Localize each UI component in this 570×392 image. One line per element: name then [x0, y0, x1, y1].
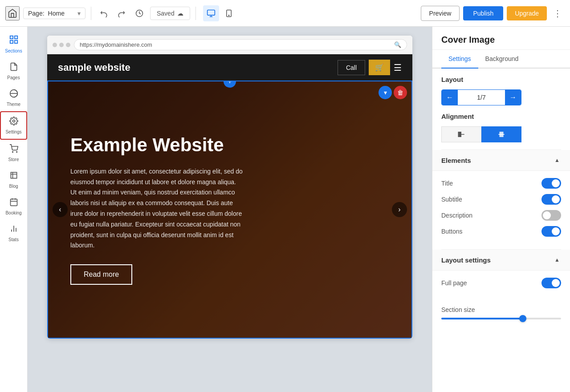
- section-size-row: Section size: [432, 301, 570, 327]
- undo-button[interactable]: [97, 6, 111, 20]
- svg-rect-5: [14, 36, 17, 39]
- svg-rect-4: [10, 36, 12, 39]
- saved-label: Saved: [157, 10, 175, 17]
- section-size-slider[interactable]: [441, 318, 561, 319]
- page-selector[interactable]: Page: Home ▾: [23, 8, 86, 19]
- blog-label: Blog: [9, 184, 18, 189]
- element-description-row: Description: [441, 210, 561, 221]
- element-buttons-row: Buttons: [441, 226, 561, 237]
- svg-point-11: [16, 152, 17, 153]
- stats-label: Stats: [8, 237, 19, 242]
- tab-background[interactable]: Background: [478, 50, 526, 69]
- device-buttons: [203, 5, 237, 21]
- full-page-row: Full page: [441, 278, 561, 288]
- nav-call-button[interactable]: Call: [338, 60, 365, 75]
- sidebar-item-theme[interactable]: Theme: [0, 85, 27, 111]
- preview-button[interactable]: Preview: [421, 6, 460, 21]
- layout-settings-title: Layout settings: [441, 256, 491, 264]
- more-options-button[interactable]: ⋮: [550, 6, 565, 20]
- page-label: Page:: [28, 10, 45, 17]
- desktop-view-button[interactable]: [203, 5, 219, 21]
- settings-label: Settings: [5, 129, 21, 134]
- svg-point-3: [228, 15, 229, 16]
- section-actions: ▾ 🗑: [379, 86, 407, 99]
- upgrade-button[interactable]: Upgrade: [507, 6, 547, 20]
- store-label: Store: [8, 157, 19, 162]
- layout-next-button[interactable]: →: [505, 90, 521, 105]
- section-expand-button[interactable]: ▾: [379, 86, 392, 99]
- elements-title: Elements: [441, 157, 471, 164]
- booking-label: Booking: [5, 210, 21, 215]
- hero-body: Lorem ipsum dolor sit amet, consectetur …: [70, 166, 244, 251]
- publish-button[interactable]: Publish: [463, 6, 503, 20]
- svg-rect-7: [14, 40, 17, 43]
- svg-rect-6: [10, 40, 12, 43]
- sidebar-item-blog[interactable]: Blog: [0, 166, 27, 193]
- svg-rect-12: [10, 199, 17, 206]
- element-subtitle-label: Subtitle: [441, 196, 462, 203]
- carousel-right-arrow[interactable]: ›: [392, 202, 407, 217]
- layout-prev-button[interactable]: ←: [442, 90, 458, 105]
- carousel-left-arrow[interactable]: ‹: [53, 202, 68, 217]
- nav-menu-icon[interactable]: ☰: [394, 62, 402, 73]
- element-title-label: Title: [441, 180, 453, 187]
- saved-button[interactable]: Saved ☁: [150, 7, 190, 20]
- sidebar-item-stats[interactable]: Stats: [0, 220, 27, 247]
- canvas-area: https://mydomainishere.com 🔍 sample webs…: [28, 27, 432, 392]
- search-icon: 🔍: [394, 41, 401, 48]
- main-layout: Sections Pages Theme Settings Store: [0, 27, 570, 392]
- title-toggle[interactable]: [542, 178, 561, 189]
- elements-collapse-icon[interactable]: ▲: [553, 156, 561, 164]
- section-delete-button[interactable]: 🗑: [394, 86, 407, 99]
- nav-cart-button[interactable]: 🛒: [369, 60, 390, 75]
- layout-settings-collapse-icon[interactable]: ▲: [553, 256, 561, 264]
- sidebar-item-store[interactable]: Store: [0, 140, 27, 166]
- redo-button[interactable]: [114, 6, 129, 20]
- hero-title: Example Website: [70, 134, 244, 156]
- read-more-button[interactable]: Read more: [70, 264, 132, 285]
- panel-tabs: Settings Background: [432, 50, 570, 69]
- elements-header: Elements ▲: [432, 150, 570, 171]
- align-center-button[interactable]: [481, 126, 521, 142]
- sidebar-item-sections[interactable]: Sections: [0, 30, 27, 58]
- sections-icon: [9, 35, 19, 47]
- page-name: Home: [48, 10, 65, 17]
- svg-rect-1: [207, 10, 215, 15]
- separator2: [195, 7, 196, 20]
- section-size-label: Section size: [441, 306, 561, 313]
- sidebar-item-pages[interactable]: Pages: [0, 58, 27, 85]
- dot3: [66, 43, 70, 47]
- layout-count: 1/7: [458, 94, 505, 101]
- sidebar-item-booking[interactable]: Booking: [0, 193, 27, 220]
- chevron-down-icon: ▾: [77, 10, 81, 17]
- layout-counter: ← 1/7 →: [441, 89, 521, 105]
- browser-url-bar[interactable]: https://mydomainishere.com 🔍: [74, 39, 407, 50]
- url-text: https://mydomainishere.com: [80, 41, 152, 48]
- store-icon: [9, 144, 18, 155]
- buttons-toggle[interactable]: [542, 226, 561, 237]
- description-toggle[interactable]: [542, 210, 561, 221]
- mobile-view-button[interactable]: [221, 5, 237, 21]
- browser-bar: https://mydomainishere.com 🔍: [47, 36, 412, 54]
- history-button[interactable]: [132, 6, 147, 20]
- slider-fill: [441, 318, 523, 319]
- svg-point-10: [12, 152, 13, 153]
- full-page-toggle[interactable]: [542, 278, 561, 288]
- hero-content: Example Website Lorem ipsum dolor sit am…: [48, 117, 266, 303]
- sidebar-item-settings[interactable]: Settings: [0, 111, 27, 140]
- nav-buttons: Call 🛒 ☰: [338, 60, 402, 75]
- pages-icon: [9, 62, 18, 73]
- element-subtitle-row: Subtitle: [441, 194, 561, 205]
- booking-icon: [9, 198, 18, 209]
- layout-title: Layout: [441, 76, 561, 83]
- dot2: [59, 43, 64, 47]
- alignment-title: Alignment: [441, 113, 561, 120]
- cloud-icon: ☁: [177, 10, 183, 17]
- tab-settings[interactable]: Settings: [441, 50, 478, 69]
- toolbar-right: Preview Publish Upgrade ⋮: [421, 6, 565, 21]
- slider-thumb[interactable]: [519, 315, 526, 322]
- home-button[interactable]: [5, 6, 20, 20]
- subtitle-toggle[interactable]: [542, 194, 561, 205]
- align-left-button[interactable]: [441, 126, 481, 142]
- website-logo: sample website: [58, 62, 130, 73]
